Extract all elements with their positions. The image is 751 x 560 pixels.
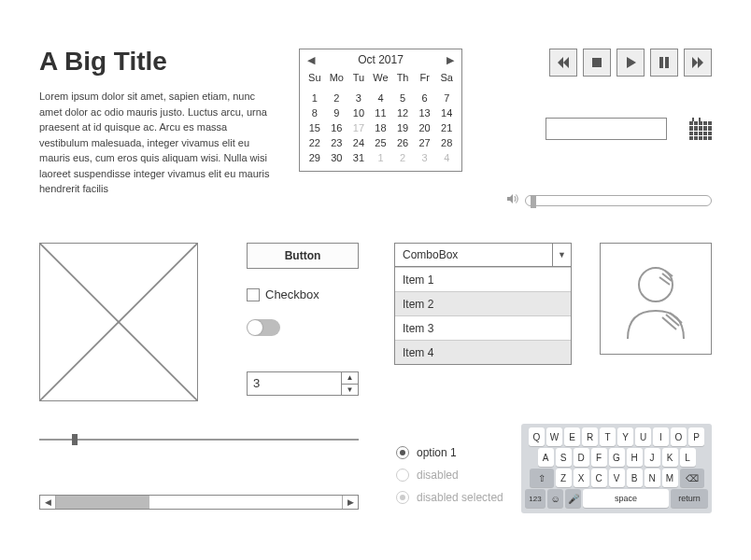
keyboard-key[interactable]: H xyxy=(627,448,643,467)
calendar-day[interactable]: 12 xyxy=(391,105,414,120)
keyboard-key[interactable]: J xyxy=(645,448,660,467)
calendar-day[interactable]: 4 xyxy=(370,91,392,105)
keyboard-key[interactable]: K xyxy=(662,448,678,467)
spinner-down-button[interactable]: ▼ xyxy=(342,385,358,396)
calendar-day[interactable]: 30 xyxy=(326,150,348,165)
keyboard-key[interactable]: O xyxy=(671,427,687,446)
calendar-day[interactable]: 31 xyxy=(347,150,370,165)
horizontal-slider[interactable] xyxy=(39,439,359,441)
keyboard-key[interactable]: space xyxy=(583,489,669,508)
scroll-left-button[interactable]: ◀ xyxy=(40,496,55,509)
calendar-day[interactable]: 29 xyxy=(304,150,326,165)
combobox-item[interactable]: Item 1 xyxy=(395,267,571,291)
toggle-switch[interactable] xyxy=(247,319,280,336)
horizontal-scrollbar[interactable]: ◀ ▶ xyxy=(39,495,359,510)
calendar-day[interactable]: 20 xyxy=(414,120,436,135)
keyboard-key[interactable]: P xyxy=(688,427,704,446)
keyboard-key[interactable]: W xyxy=(546,427,562,446)
calendar-day[interactable]: 15 xyxy=(304,120,326,135)
calendar-day[interactable]: 27 xyxy=(414,135,436,150)
combobox-item[interactable]: Item 2 xyxy=(395,291,571,315)
calendar-next-button[interactable]: ▶ xyxy=(446,54,454,66)
combobox-item[interactable]: Item 4 xyxy=(395,340,571,364)
combobox-header[interactable]: ComboBox ▼ xyxy=(394,243,572,267)
keyboard-key[interactable]: ⇧ xyxy=(530,469,554,487)
volume-track[interactable] xyxy=(525,195,712,206)
pause-button[interactable] xyxy=(650,49,678,77)
scroll-track[interactable] xyxy=(55,496,343,509)
keyboard-key[interactable]: ☺ xyxy=(547,489,563,508)
volume-slider[interactable] xyxy=(506,192,712,209)
calendar-day[interactable]: 8 xyxy=(304,105,326,120)
calendar-day[interactable]: 5 xyxy=(391,91,414,105)
keyboard-key[interactable]: return xyxy=(671,489,708,508)
keyboard-key[interactable]: Y xyxy=(617,427,633,446)
datepicker-icon[interactable] xyxy=(689,118,712,140)
calendar-day[interactable]: 21 xyxy=(435,120,458,135)
calendar-day[interactable]: 4 xyxy=(435,150,458,165)
keyboard-key[interactable]: E xyxy=(564,427,580,446)
keyboard-key[interactable]: X xyxy=(574,469,589,487)
scroll-thumb[interactable] xyxy=(56,496,149,509)
keyboard-key[interactable]: Q xyxy=(529,427,545,446)
keyboard-key[interactable]: F xyxy=(591,448,607,467)
chevron-down-icon[interactable]: ▼ xyxy=(552,244,571,266)
keyboard-key[interactable]: U xyxy=(635,427,651,446)
slider-thumb[interactable] xyxy=(72,434,78,445)
keyboard-key[interactable]: 🎤 xyxy=(565,489,581,508)
calendar-day[interactable]: 17 xyxy=(347,120,370,135)
calendar-day[interactable]: 18 xyxy=(370,120,392,135)
calendar-day[interactable]: 2 xyxy=(391,150,414,165)
keyboard-key[interactable]: V xyxy=(609,469,625,487)
calendar-day[interactable]: 16 xyxy=(326,120,348,135)
number-spinner[interactable]: 3 ▲ ▼ xyxy=(247,371,359,396)
play-button[interactable] xyxy=(616,49,645,77)
text-input[interactable] xyxy=(546,118,667,140)
rewind-button[interactable] xyxy=(549,49,577,77)
stop-button[interactable] xyxy=(583,49,611,77)
calendar-day[interactable]: 1 xyxy=(370,150,392,165)
calendar-day[interactable]: 19 xyxy=(391,120,414,135)
calendar-day[interactable]: 1 xyxy=(304,91,326,105)
radio-option-1[interactable]: option 1 xyxy=(396,446,503,459)
calendar-day[interactable]: 14 xyxy=(435,105,458,120)
calendar-day[interactable]: 6 xyxy=(414,91,436,105)
keyboard-key[interactable]: A xyxy=(538,448,554,467)
keyboard-key[interactable]: N xyxy=(645,469,660,487)
calendar-day[interactable]: 2 xyxy=(326,91,348,105)
calendar-day[interactable]: 22 xyxy=(304,135,326,150)
calendar-day[interactable]: 24 xyxy=(347,135,370,150)
volume-thumb[interactable] xyxy=(531,195,536,208)
combobox-item[interactable]: Item 3 xyxy=(395,315,571,340)
calendar-day[interactable]: 7 xyxy=(435,91,458,105)
keyboard-key[interactable]: L xyxy=(680,448,696,467)
calendar-day[interactable]: 23 xyxy=(326,135,348,150)
keyboard-key[interactable]: G xyxy=(609,448,625,467)
calendar-day[interactable]: 13 xyxy=(414,105,436,120)
keyboard-key[interactable]: B xyxy=(627,469,643,487)
calendar-day[interactable]: 25 xyxy=(370,135,392,150)
checkbox-box[interactable] xyxy=(247,288,260,301)
calendar-day[interactable]: 3 xyxy=(347,91,370,105)
calendar-day[interactable]: 3 xyxy=(414,150,436,165)
calendar-day[interactable]: 11 xyxy=(370,105,392,120)
checkbox[interactable]: Checkbox xyxy=(247,287,319,301)
keyboard-key[interactable]: M xyxy=(662,469,678,487)
keyboard-key[interactable]: D xyxy=(574,448,589,467)
calendar-day[interactable]: 10 xyxy=(347,105,370,120)
scroll-right-button[interactable]: ▶ xyxy=(343,496,358,509)
calendar-day[interactable]: 28 xyxy=(435,135,458,150)
keyboard-key[interactable]: ⌫ xyxy=(680,469,704,487)
spinner-up-button[interactable]: ▲ xyxy=(342,372,358,385)
calendar-prev-button[interactable]: ◀ xyxy=(307,54,315,66)
calendar-day[interactable]: 26 xyxy=(391,135,414,150)
button[interactable]: Button xyxy=(247,243,359,269)
keyboard-key[interactable]: R xyxy=(582,427,598,446)
fast-forward-button[interactable] xyxy=(684,49,712,77)
keyboard-key[interactable]: 123 xyxy=(525,489,546,508)
keyboard-key[interactable]: I xyxy=(653,427,669,446)
keyboard-key[interactable]: T xyxy=(600,427,616,446)
keyboard-key[interactable]: C xyxy=(591,469,607,487)
spinner-value[interactable]: 3 xyxy=(248,372,341,395)
keyboard-key[interactable]: Z xyxy=(556,469,572,487)
